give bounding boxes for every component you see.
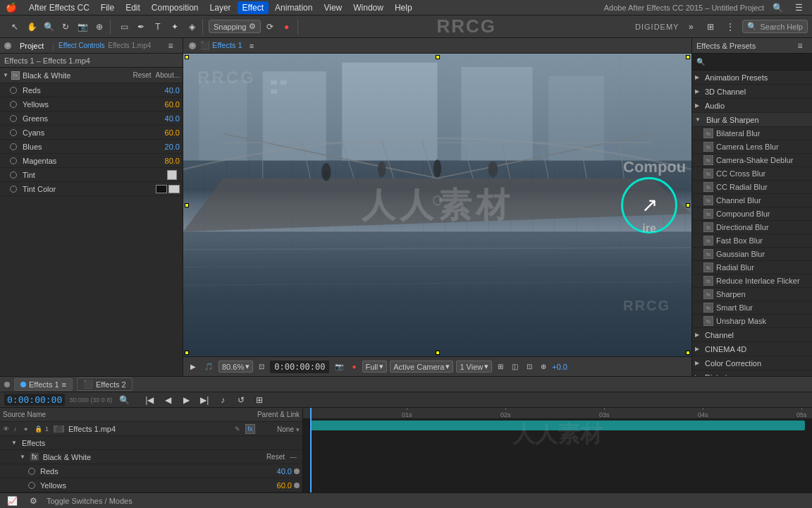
cyans-stopwatch[interactable] <box>10 129 17 136</box>
timeline-close[interactable] <box>4 382 10 387</box>
pan-behind-tool[interactable]: ⊕ <box>92 19 107 35</box>
effect-controls-tab-label[interactable]: Effect Controls Effects 1.mp4 <box>59 42 151 49</box>
ef-cat-3dchannel[interactable]: ▶ 3D Channel <box>692 85 812 99</box>
pen-tool[interactable]: ✒ <box>133 19 149 35</box>
corner-handle-tr[interactable] <box>686 55 690 59</box>
clone-tool[interactable]: ✦ <box>167 19 183 35</box>
vc-timecode[interactable]: 0:00:00:00 <box>270 361 329 373</box>
select-tool[interactable]: ↖ <box>7 19 23 35</box>
tl-begin-btn[interactable]: |◀ <box>142 392 157 408</box>
vc-region-btn[interactable]: ⊡ <box>524 361 535 372</box>
menu-view[interactable]: View <box>319 1 347 14</box>
ef-item-camera-shake-deblur[interactable]: fx Camera-Shake Deblur <box>692 154 812 167</box>
tl-step-back-btn[interactable]: ◀ <box>160 392 176 408</box>
menu-effect[interactable]: Effect <box>238 1 269 14</box>
vc-quality-dropdown[interactable]: Full ▾ <box>362 361 388 373</box>
record-icon[interactable]: ● <box>279 19 295 35</box>
corner-handle-ml[interactable] <box>185 203 189 207</box>
viewport-close[interactable]: × <box>189 42 196 49</box>
ef-item-sharpen[interactable]: fx Sharpen <box>692 288 812 301</box>
layer-edit-btn[interactable]: ✎ <box>235 425 243 433</box>
corner-handle-mr[interactable] <box>686 203 690 207</box>
vc-3d-btn[interactable]: ⊕ <box>538 361 549 372</box>
project-panel-close[interactable]: × <box>4 42 11 49</box>
vc-camera-btn[interactable]: 📷 <box>332 361 346 372</box>
bw-reset-tl[interactable]: Reset <box>266 453 285 461</box>
ef-item-reduce-interlace[interactable]: fx Reduce Interlace Flicker <box>692 274 812 288</box>
menu-aftereffects[interactable]: After Effects CC <box>24 1 94 14</box>
layer-name[interactable]: Effects 1.mp4 <box>68 425 233 433</box>
tl-yellows-stopwatch[interactable] <box>28 482 35 489</box>
menu-window[interactable]: Window <box>348 1 388 14</box>
effects-search-input[interactable] <box>708 58 808 66</box>
reset-btn[interactable]: Reset <box>133 71 151 79</box>
vc-transparency-btn[interactable]: ◫ <box>509 361 521 372</box>
effects-presets-menu[interactable]: ≡ <box>792 38 808 54</box>
reds-stopwatch[interactable] <box>10 87 17 94</box>
menu-layer[interactable]: Layer <box>205 1 236 14</box>
ef-item-directional-blur[interactable]: fx Directional Blur <box>692 221 812 234</box>
workspace-menu-icon[interactable]: ⋮ <box>722 19 738 35</box>
vc-fit-btn[interactable]: ⊡ <box>256 361 267 372</box>
bw-triangle[interactable]: ▼ <box>3 72 8 78</box>
tintcolor-black[interactable] <box>156 185 167 193</box>
expand-icon[interactable]: » <box>683 19 699 35</box>
puppet-tool[interactable]: ◈ <box>184 19 199 35</box>
tab-project[interactable]: Project <box>16 40 48 52</box>
ef-cat-channel[interactable]: ▶ Channel <box>692 328 812 342</box>
tintcolor-stopwatch[interactable] <box>10 186 17 193</box>
corner-handle-mb[interactable] <box>436 351 440 355</box>
about-btn[interactable]: About... <box>156 71 180 79</box>
sync-icon[interactable]: ⟳ <box>262 19 278 35</box>
reds-value[interactable]: 40.0 <box>152 86 180 95</box>
menu-file[interactable]: File <box>96 1 119 14</box>
tl-reds-value[interactable]: 40.0 <box>267 467 292 476</box>
vc-grid-btn[interactable]: ⊞ <box>495 361 506 372</box>
menu-help[interactable]: Help <box>390 1 417 14</box>
tl-yellows-keyframe[interactable] <box>294 483 300 488</box>
panel-menu-btn[interactable]: ≡ <box>163 38 178 54</box>
tl-layer-bar[interactable] <box>310 421 805 430</box>
tl-play-btn[interactable]: ▶ <box>178 392 194 408</box>
menu-edit[interactable]: Edit <box>121 1 145 14</box>
ef-item-gaussian-blur[interactable]: fx Gaussian Blur <box>692 248 812 261</box>
blues-stopwatch[interactable] <box>10 143 17 150</box>
tl-reds-stopwatch[interactable] <box>28 468 35 475</box>
ef-item-radial-blur[interactable]: fx Radial Blur <box>692 261 812 274</box>
fx-indicator[interactable]: fx <box>245 424 255 434</box>
hand-tool[interactable]: ✋ <box>24 19 39 35</box>
vc-audio-btn[interactable]: 🎵 <box>202 361 216 372</box>
tl-search-btn[interactable]: 🔍 <box>116 392 132 408</box>
menu-composition[interactable]: Composition <box>147 1 204 14</box>
tab1-menu[interactable]: ≡ <box>62 380 66 389</box>
apple-icon[interactable]: 🍎 <box>6 2 17 13</box>
greens-stopwatch[interactable] <box>10 115 17 122</box>
zoom-tool[interactable]: 🔍 <box>41 19 56 35</box>
ef-item-cc-cross-blur[interactable]: fx CC Cross Blur <box>692 167 812 181</box>
rect-tool[interactable]: ▭ <box>116 19 132 35</box>
ef-item-channel-blur[interactable]: fx Channel Blur <box>692 194 812 207</box>
menu-animation[interactable]: Animation <box>270 1 317 14</box>
yellows-stopwatch[interactable] <box>10 101 17 108</box>
vc-camera-dropdown[interactable]: Active Camera ▾ <box>390 361 453 373</box>
tint-stopwatch[interactable] <box>10 171 17 179</box>
tl-timecode-display[interactable]: 0:00:00:00 <box>4 394 65 406</box>
corner-handle-tl[interactable] <box>185 55 189 59</box>
workspace-icon[interactable]: ⊞ <box>703 19 718 35</box>
tl-settings-btn[interactable]: ⚙ <box>25 493 41 509</box>
corner-handle-bl[interactable] <box>185 351 189 355</box>
tl-yellows-value[interactable]: 60.0 <box>267 481 292 490</box>
parent-selector[interactable]: None ▾ <box>257 425 300 433</box>
layer-vis-toggle[interactable]: 👁 <box>3 425 11 433</box>
tint-checkbox[interactable] <box>167 170 177 180</box>
ef-cat-blur-sharpen[interactable]: ▼ Blur & Sharpen <box>692 113 812 127</box>
tintcolor-white[interactable] <box>168 185 180 193</box>
ef-item-cc-radial-blur[interactable]: fx CC Radial Blur <box>692 181 812 194</box>
text-tool[interactable]: T <box>150 19 166 35</box>
tl-graph-editor-btn[interactable]: 📈 <box>4 493 20 509</box>
ef-item-camera-lens-blur[interactable]: fx Camera Lens Blur <box>692 140 812 154</box>
magentas-stopwatch[interactable] <box>10 157 17 164</box>
effects-search[interactable]: 🔍 <box>692 54 812 71</box>
tl-audio-btn[interactable]: ♪ <box>215 392 230 408</box>
vc-view-dropdown[interactable]: 1 View ▾ <box>456 361 492 373</box>
